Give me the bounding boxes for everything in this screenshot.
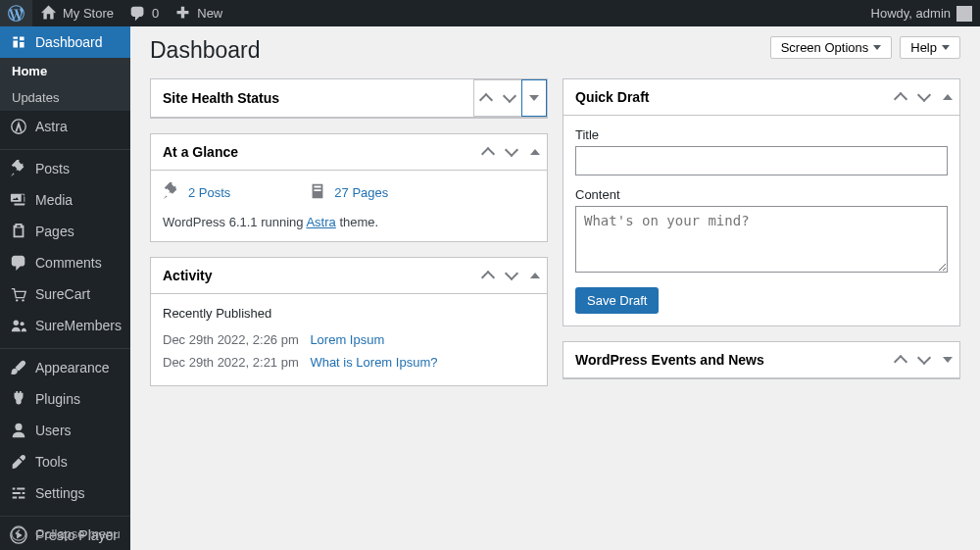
chevron-down-icon <box>503 89 516 103</box>
pages-icon <box>10 223 27 240</box>
toggle-button[interactable] <box>523 258 547 293</box>
menu-label: Plugins <box>35 391 80 407</box>
move-down-button[interactable] <box>912 79 936 115</box>
menu-label: Comments <box>35 255 102 271</box>
collapse-icon <box>10 525 27 542</box>
new-label: New <box>197 6 222 21</box>
chevron-down-icon <box>505 267 518 280</box>
wp-logo[interactable] <box>0 0 32 26</box>
move-up-button[interactable] <box>889 79 912 115</box>
chevron-down-icon <box>505 143 518 157</box>
site-name-label: My Store <box>63 6 114 21</box>
help-button[interactable]: Help <box>900 36 960 59</box>
menu-appearance[interactable]: Appearance <box>0 352 130 383</box>
events-title: WordPress Events and News <box>564 342 776 377</box>
menu-comments[interactable]: Comments <box>0 247 130 278</box>
menu-label: Appearance <box>35 360 110 375</box>
qd-content-textarea[interactable] <box>575 206 948 273</box>
chevron-up-icon <box>894 92 907 106</box>
dashboard-icon <box>10 33 27 51</box>
svg-point-3 <box>14 321 19 325</box>
menu-tools[interactable]: Tools <box>0 446 130 477</box>
menu-media[interactable]: Media <box>0 184 130 216</box>
menu-suremembers[interactable]: SureMembers <box>0 310 130 341</box>
save-draft-button[interactable]: Save Draft <box>575 287 659 314</box>
menu-users[interactable]: Users <box>0 415 130 446</box>
svg-point-1 <box>16 299 18 301</box>
astra-icon <box>10 118 27 135</box>
plug-icon <box>10 390 27 408</box>
collapse-menu[interactable]: Collapse menu <box>0 517 130 550</box>
activity-row: Dec 29th 2022, 2:21 pm What is Lorem Ips… <box>163 351 535 374</box>
toggle-button[interactable] <box>523 134 547 170</box>
pages-icon <box>309 182 326 203</box>
move-up-button[interactable] <box>474 80 498 116</box>
greeting-label: Howdy, admin <box>871 6 951 21</box>
user-icon <box>10 422 27 439</box>
plus-icon <box>174 5 191 22</box>
svg-point-2 <box>22 299 24 301</box>
site-name-link[interactable]: My Store <box>32 0 122 26</box>
triangle-up-icon <box>530 273 540 278</box>
new-content-link[interactable]: New <box>167 0 230 26</box>
screen-options-button[interactable]: Screen Options <box>770 36 893 59</box>
glance-posts-link[interactable]: 2 Posts <box>188 185 230 200</box>
menu-label: Tools <box>35 454 68 470</box>
my-account-link[interactable]: Howdy, admin <box>863 0 980 26</box>
activity-section-title: Recently Published <box>163 306 535 321</box>
toggle-button[interactable] <box>936 79 959 115</box>
help-label: Help <box>910 40 937 55</box>
collapse-label: Collapse menu <box>35 526 121 541</box>
menu-label: Pages <box>35 224 74 239</box>
menu-label: Posts <box>35 161 70 176</box>
pin-icon <box>10 160 27 177</box>
suremembers-icon <box>10 317 27 334</box>
move-up-button[interactable] <box>476 258 500 293</box>
menu-settings[interactable]: Settings <box>0 477 130 509</box>
svg-point-5 <box>15 424 22 430</box>
site-health-title: Site Health Status <box>151 80 291 116</box>
move-up-button[interactable] <box>889 342 912 377</box>
move-down-button[interactable] <box>912 342 936 377</box>
toggle-button[interactable] <box>936 342 959 377</box>
submenu-updates[interactable]: Updates <box>0 84 130 111</box>
menu-label: SureMembers <box>35 318 122 333</box>
move-down-button[interactable] <box>498 80 521 116</box>
menu-label: Media <box>35 192 73 208</box>
menu-surecart[interactable]: SureCart <box>0 278 130 310</box>
menu-label: Astra <box>35 119 68 134</box>
media-icon <box>10 191 27 209</box>
triangle-down-icon <box>942 45 950 50</box>
menu-label: Users <box>35 423 72 438</box>
user-avatar-icon <box>956 6 972 22</box>
surecart-icon <box>10 285 27 303</box>
activity-postbox: Activity Recently Published Dec 29th 202… <box>150 257 548 386</box>
comments-link[interactable]: 0 <box>122 0 167 26</box>
activity-date: Dec 29th 2022, 2:26 pm <box>163 332 299 347</box>
chevron-up-icon <box>894 355 907 369</box>
submenu-home[interactable]: Home <box>0 58 130 84</box>
move-down-button[interactable] <box>500 134 523 170</box>
quick-draft-postbox: Quick Draft Title Content <box>563 78 960 326</box>
glance-theme-link[interactable]: Astra <box>306 215 335 229</box>
move-up-button[interactable] <box>476 134 500 170</box>
menu-pages[interactable]: Pages <box>0 216 130 247</box>
activity-post-link[interactable]: What is Lorem Ipsum? <box>310 355 437 370</box>
brush-icon <box>10 359 27 376</box>
at-a-glance-postbox: At a Glance 2 Posts <box>150 133 548 242</box>
menu-plugins[interactable]: Plugins <box>0 383 130 415</box>
menu-label: Settings <box>35 485 85 501</box>
menu-astra[interactable]: Astra <box>0 111 130 142</box>
activity-post-link[interactable]: Lorem Ipsum <box>310 332 384 347</box>
move-down-button[interactable] <box>500 258 523 293</box>
qd-content-label: Content <box>575 187 948 202</box>
toggle-button[interactable] <box>522 80 546 116</box>
chevron-up-icon <box>481 147 495 161</box>
menu-dashboard[interactable]: Dashboard <box>0 26 130 58</box>
glance-pages-link[interactable]: 27 Pages <box>334 185 388 200</box>
wrench-icon <box>10 453 27 471</box>
qd-title-input[interactable] <box>575 146 948 175</box>
comment-icon <box>129 5 146 22</box>
screen-options-label: Screen Options <box>781 40 869 55</box>
menu-posts[interactable]: Posts <box>0 153 130 184</box>
